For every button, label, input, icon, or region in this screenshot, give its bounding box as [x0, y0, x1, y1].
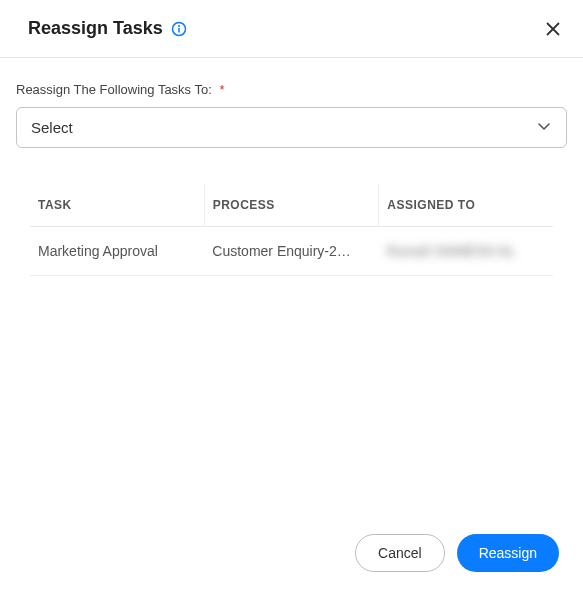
svg-rect-2 — [178, 28, 180, 33]
chevron-down-icon — [536, 118, 552, 137]
table-row: Marketing Approval Customer Enquiry-2… R… — [30, 227, 553, 276]
reassign-button[interactable]: Reassign — [457, 534, 559, 572]
tasks-table: TASK PROCESS ASSIGNED TO Marketing Appro… — [16, 184, 567, 276]
label-text: Reassign The Following Tasks To: — [16, 82, 212, 97]
required-asterisk: * — [219, 82, 224, 97]
col-process: PROCESS — [205, 184, 380, 226]
dialog-title: Reassign Tasks — [28, 18, 163, 39]
table-header-row: TASK PROCESS ASSIGNED TO — [30, 184, 553, 227]
col-assigned-to: ASSIGNED TO — [379, 184, 553, 226]
svg-point-1 — [178, 25, 180, 27]
cell-process: Customer Enquiry-2… — [204, 227, 378, 275]
reassign-to-label: Reassign The Following Tasks To: * — [16, 82, 567, 97]
dialog-header: Reassign Tasks — [0, 0, 583, 58]
cell-task: Marketing Approval — [30, 227, 204, 275]
cancel-button[interactable]: Cancel — [355, 534, 445, 572]
dialog-body: Reassign The Following Tasks To: * Selec… — [0, 58, 583, 516]
reassign-tasks-dialog: Reassign Tasks Reassign The Following Ta… — [0, 0, 583, 592]
header-left: Reassign Tasks — [28, 18, 187, 39]
select-value: Select — [31, 119, 73, 136]
reassign-to-select[interactable]: Select — [16, 107, 567, 148]
col-task: TASK — [30, 184, 205, 226]
close-icon[interactable] — [543, 19, 563, 39]
info-icon[interactable] — [171, 21, 187, 37]
cell-assigned-to: Rumah RAMESH AL — [379, 227, 553, 275]
dialog-footer: Cancel Reassign — [0, 516, 583, 592]
